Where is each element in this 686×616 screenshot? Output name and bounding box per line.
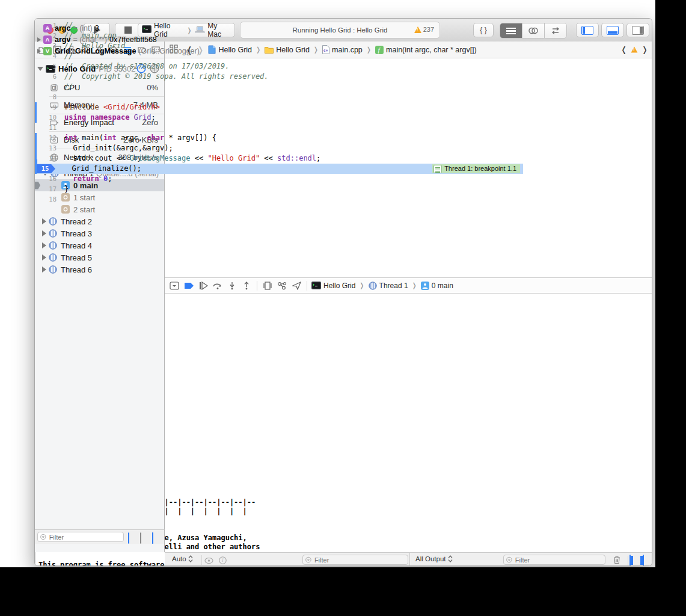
toggle-console-view-button[interactable] [643, 555, 644, 566]
line-number[interactable]: 6 [35, 72, 57, 82]
thread-icon [49, 229, 57, 238]
disclosure-triangle[interactable] [42, 230, 46, 236]
debug-breadcrumb: Hello Grid❭Thread 1❭0 main [311, 282, 453, 290]
thread-label: Thread 3 [61, 229, 92, 238]
breadcrumb-item[interactable]: Hello Grid [311, 282, 355, 290]
filter-icon [305, 556, 311, 563]
thread-icon [49, 253, 57, 262]
hide-debug-area-button[interactable] [167, 280, 182, 292]
screenshot-background: Hello Grid ❭ My Mac Running Hello Grid :… [0, 0, 655, 567]
disclosure-triangle[interactable] [42, 266, 46, 273]
code-line-10[interactable]: 10using namespace Grid; [35, 112, 523, 123]
simulate-location-button[interactable] [289, 280, 304, 292]
code-line-9[interactable]: 9#include <Grid/Grid.h> [35, 102, 523, 112]
line-number[interactable]: 10 [35, 112, 57, 123]
line-number[interactable]: 8 [35, 92, 57, 102]
change-bar [35, 133, 37, 174]
code-text: return 0; [64, 174, 112, 183]
breadcrumb-label: Hello Grid [323, 282, 355, 290]
breadcrumb-label: 0 main [432, 282, 453, 290]
clear-console-button[interactable] [613, 555, 621, 566]
breadcrumb-item[interactable]: 0 main [421, 282, 453, 290]
quicklook-button[interactable] [204, 556, 213, 566]
line-number[interactable]: 14 [35, 153, 57, 164]
chevron-right-icon: ❭ [411, 282, 418, 289]
thread-row-3[interactable]: Thread 3 [35, 227, 164, 239]
user-frame-icon [421, 282, 429, 290]
filter-icon [506, 556, 512, 563]
console-scope-selector[interactable]: All Output [415, 555, 453, 562]
code-text: Grid_finalize(); [63, 164, 141, 173]
line-number[interactable]: 18 [35, 194, 57, 205]
code-line-7[interactable]: 7// [35, 82, 523, 92]
step-over-button[interactable] [210, 280, 225, 292]
info-button[interactable]: i [219, 556, 227, 566]
code-line-14[interactable]: 14 std::cout << GridLogMessage << "Hello… [35, 153, 523, 164]
console-filter-field[interactable] [503, 555, 605, 565]
code-line-12[interactable]: 12int main(int argc, char * argv[]) { [35, 133, 523, 143]
line-number[interactable]: 9 [35, 102, 57, 112]
line-number[interactable]: 7 [35, 82, 57, 92]
line-number[interactable]: 16 [35, 174, 57, 184]
disclosure-triangle[interactable] [42, 254, 46, 260]
console-bottom-bar: All Output [409, 552, 652, 566]
line-number[interactable]: 5 [35, 61, 57, 72]
code-text: #include <Grid/Grid.h> [64, 103, 160, 111]
divider [201, 555, 202, 565]
divider [307, 281, 307, 291]
line-number[interactable]: 13 [35, 143, 57, 153]
filter-input[interactable] [313, 556, 405, 564]
thread-row-6[interactable]: Thread 6 [35, 263, 164, 276]
thread-row-5[interactable]: Thread 5 [35, 251, 164, 263]
line-number[interactable]: 12 [35, 133, 57, 143]
variables-bottom-bar: Auto i [165, 552, 409, 566]
code-line-6[interactable]: 6// Copyright © 2019 sopa. All rights re… [35, 72, 523, 82]
breakpoint-annotation[interactable]: Thread 1: breakpoint 1.1 [432, 164, 520, 173]
breakpoint-marker[interactable]: 15 [35, 164, 55, 173]
code-line-11[interactable]: 11 [35, 123, 523, 133]
xcode-window: Hello Grid ❭ My Mac Running Hello Grid :… [34, 18, 652, 566]
variables-filter-field[interactable] [302, 555, 408, 565]
filter-input[interactable] [514, 556, 602, 564]
code-line-5[interactable]: 5// Created by s1786208 on 17/03/2019. [35, 61, 523, 72]
step-into-button[interactable] [225, 280, 239, 292]
code-text: // [64, 82, 73, 91]
code-text: } [64, 185, 69, 193]
breadcrumb-item[interactable]: Thread 1 [369, 282, 408, 290]
line-number[interactable]: 11 [35, 123, 57, 133]
code-line-8[interactable]: 8 [35, 92, 523, 102]
filter-icon [40, 534, 46, 540]
code-line-17[interactable]: 17} [35, 184, 523, 194]
code-line-15[interactable]: 15 Grid_finalize();Thread 1: breakpoint … [35, 164, 523, 174]
step-out-button[interactable] [239, 280, 254, 292]
breakpoints-toggle-button[interactable] [182, 280, 196, 292]
disclosure-triangle[interactable] [42, 242, 46, 248]
variables-scope-selector[interactable]: Auto [172, 555, 193, 562]
thread-label: Thread 2 [61, 217, 92, 226]
code-text: Grid_init(&argc,&argv); [64, 144, 173, 152]
code-text: // Copyright © 2019 sopa. All rights res… [64, 72, 269, 81]
scope-label: Auto [172, 555, 186, 562]
memory-graph-button[interactable] [275, 280, 289, 292]
code-line-13[interactable]: 13 Grid_init(&argc,&argv); [35, 143, 523, 153]
stack-frame-row[interactable]: 2 start [35, 203, 164, 215]
code-line-18[interactable]: 18 [35, 194, 523, 205]
filter-input[interactable] [48, 533, 121, 541]
thread-row-4[interactable]: Thread 4 [35, 239, 164, 251]
filter-debugged-toggle[interactable] [128, 532, 129, 544]
view-mode-toggle[interactable] [140, 532, 141, 544]
disclosure-triangle[interactable] [42, 218, 46, 224]
code-text: std::cout << GridLogMessage << "Hello Gr… [64, 154, 320, 162]
toggle-variables-view-button[interactable] [629, 555, 631, 566]
chevron-right-icon: ❭ [358, 282, 365, 289]
continue-button[interactable] [196, 280, 210, 292]
line-number[interactable]: 17 [35, 184, 57, 194]
thread-row-2[interactable]: Thread 2 [35, 215, 164, 227]
view-hierarchy-button[interactable] [260, 280, 275, 292]
grouping-toggle[interactable] [152, 532, 153, 544]
navigator-filter-field[interactable] [37, 532, 124, 542]
frame-label: 2 start [73, 205, 95, 214]
code-line-16[interactable]: 16 return 0; [35, 174, 523, 184]
trash-icon [613, 555, 621, 564]
annotation-text: Thread 1: breakpoint 1.1 [444, 164, 516, 174]
